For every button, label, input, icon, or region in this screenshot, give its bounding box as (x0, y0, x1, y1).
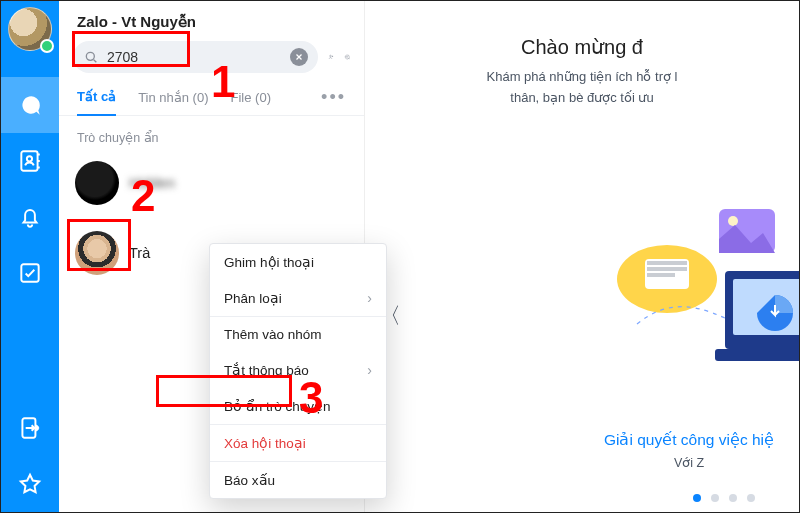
presence-dot (40, 39, 54, 53)
welcome-title: Chào mừng đ (521, 35, 643, 59)
main-content: Chào mừng đ Khám phá những tiện ích hỗ t… (365, 1, 799, 512)
svg-point-1 (27, 156, 32, 161)
carousel-dot[interactable] (693, 494, 701, 502)
chat-avatar (75, 231, 119, 275)
chevron-right-icon: › (367, 362, 372, 378)
chat-name: Hidden (129, 175, 175, 191)
nav-todo[interactable] (1, 245, 59, 301)
menu-delete[interactable]: Xóa hội thoại (210, 425, 386, 461)
nav-export[interactable] (1, 400, 59, 456)
menu-report[interactable]: Báo xấu (210, 462, 386, 498)
search-input[interactable] (107, 49, 282, 65)
welcome-subtitle: Khám phá những tiện ích hỗ trợ l thân, b… (487, 67, 678, 109)
carousel-dot[interactable] (711, 494, 719, 502)
add-friend-icon[interactable] (328, 46, 334, 68)
svg-rect-9 (647, 267, 687, 271)
tab-messages[interactable]: Tin nhắn (0) (138, 90, 208, 115)
search-icon (83, 49, 99, 65)
chevron-right-icon: › (367, 290, 372, 306)
carousel-dots (693, 494, 755, 502)
section-hidden-chat: Trò chuyện ẩn (59, 116, 364, 151)
slide-subtitle: Với Z (559, 455, 799, 470)
chat-item[interactable]: Hidden (59, 151, 364, 215)
chat-icon (17, 92, 43, 118)
svg-point-5 (330, 55, 332, 57)
export-icon (17, 415, 43, 441)
welcome-illustration (607, 209, 799, 379)
close-icon (294, 52, 304, 62)
menu-unhide[interactable]: Bỏ ẩn trò chuyện (210, 388, 386, 424)
slide-caption: Giải quyết công việc hiệ Với Z (559, 431, 799, 470)
menu-mute[interactable]: Tắt thông báo› (210, 352, 386, 388)
nav-rail (1, 1, 59, 512)
clear-search-button[interactable] (290, 48, 308, 66)
star-icon (17, 471, 43, 497)
svg-rect-15 (715, 349, 799, 361)
sidebar-panel: Zalo - Vt Nguyễn Tất cả Tin nhắn (0) Fil… (59, 1, 365, 512)
nav-contacts[interactable] (1, 133, 59, 189)
tab-file[interactable]: File (0) (231, 90, 271, 115)
slide-title: Giải quyết công việc hiệ (559, 431, 799, 449)
filter-tabs: Tất cả Tin nhắn (0) File (0) ••• (59, 83, 364, 116)
svg-rect-8 (647, 261, 687, 265)
svg-point-4 (86, 52, 94, 60)
app-title: Zalo - Vt Nguyễn (59, 1, 364, 37)
contacts-icon (17, 148, 43, 174)
context-menu: Ghim hội thoại Phân loại› Thêm vào nhóm … (209, 243, 387, 499)
svg-rect-10 (647, 273, 675, 277)
check-icon (17, 260, 43, 286)
bell-icon (17, 204, 43, 230)
carousel-dot[interactable] (729, 494, 737, 502)
nav-chat[interactable] (1, 77, 59, 133)
chat-avatar (75, 161, 119, 205)
user-avatar[interactable] (8, 7, 52, 51)
tab-all[interactable]: Tất cả (77, 89, 116, 116)
chat-name: Trà (129, 245, 150, 261)
carousel-dot[interactable] (747, 494, 755, 502)
tabs-more-button[interactable]: ••• (321, 92, 346, 112)
nav-notifications[interactable] (1, 189, 59, 245)
menu-classify[interactable]: Phân loại› (210, 280, 386, 316)
menu-add-to-group[interactable]: Thêm vào nhóm (210, 317, 386, 352)
create-group-icon[interactable] (344, 46, 350, 68)
nav-star[interactable] (1, 456, 59, 512)
menu-pin[interactable]: Ghim hội thoại (210, 244, 386, 280)
svg-point-12 (728, 216, 738, 226)
search-input-wrap[interactable] (73, 41, 318, 73)
